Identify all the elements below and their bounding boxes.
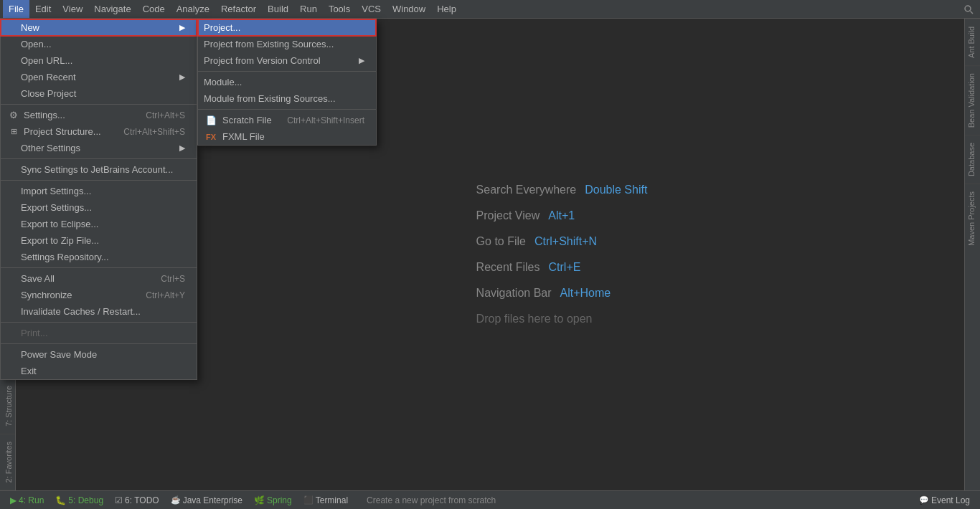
welcome-panel: Search Everywhere Double Shift Project V… <box>476 184 648 325</box>
new-module-existing[interactable]: Module from Existing Sources... <box>198 90 376 107</box>
bean-validation-panel-tab[interactable]: Bean Validation <box>965 65 980 135</box>
debug-tool-window-button[interactable]: 🐛 5: Debug <box>51 495 108 506</box>
navigation-bar-label: Navigation Bar <box>476 287 552 300</box>
status-right: 💬 Event Log <box>915 495 974 506</box>
separator-1 <box>1 104 197 105</box>
open-recent-label: Open Recent <box>21 72 76 82</box>
svg-line-1 <box>971 11 974 14</box>
file-menu-import-settings[interactable]: Import Settings... <box>1 183 197 199</box>
file-menu-synchronize[interactable]: Synchronize Ctrl+Alt+Y <box>1 287 197 303</box>
menu-vcs[interactable]: VCS <box>356 0 387 18</box>
new-project-vcs[interactable]: Project from Version Control ▶ <box>198 52 376 69</box>
menu-analyze[interactable]: Analyze <box>171 0 215 18</box>
file-menu-open[interactable]: Open... <box>1 36 197 52</box>
file-menu-new[interactable]: New ▶ <box>1 19 197 36</box>
structure-panel-tab[interactable]: 7: Structure <box>0 379 15 434</box>
java-enterprise-button[interactable]: ☕ Java Enterprise <box>166 495 247 506</box>
go-to-file-shortcut: Ctrl+Shift+N <box>534 235 597 248</box>
todo-tool-window-button[interactable]: ☑ 6: TODO <box>110 495 164 506</box>
file-menu-invalidate-caches[interactable]: Invalidate Caches / Restart... <box>1 303 197 320</box>
menu-tools[interactable]: Tools <box>323 0 356 18</box>
menubar-right <box>960 1 977 18</box>
file-menu-export-eclipse[interactable]: Export to Eclipse... <box>1 216 197 232</box>
new-scratch-file[interactable]: 📄 Scratch File Ctrl+Alt+Shift+Insert <box>198 112 376 128</box>
synchronize-label: Synchronize <box>21 290 72 300</box>
search-everywhere-row: Search Everywhere Double Shift <box>476 184 648 196</box>
menu-view[interactable]: View <box>57 0 88 18</box>
run-tool-window-button[interactable]: ▶ 4: Run <box>6 495 48 506</box>
project-existing-label: Project from Existing Sources... <box>204 39 334 49</box>
separator-3 <box>1 180 197 181</box>
project-structure-label: Project Structure... <box>24 126 101 137</box>
new-module[interactable]: Module... <box>198 74 376 90</box>
file-menu-settings[interactable]: ⚙ Settings... Ctrl+Alt+S <box>1 107 197 123</box>
project-structure-icon: ⊞ <box>6 127 21 136</box>
run-icon: ▶ <box>10 495 17 505</box>
menu-build[interactable]: Build <box>262 0 294 18</box>
exit-label: Exit <box>21 366 37 376</box>
menu-refactor[interactable]: Refactor <box>215 0 262 18</box>
menu-window[interactable]: Window <box>387 0 431 18</box>
file-menu-open-recent[interactable]: Open Recent ▶ <box>1 69 197 85</box>
file-menu-exit[interactable]: Exit <box>1 363 197 379</box>
invalidate-caches-label: Invalidate Caches / Restart... <box>21 306 141 317</box>
new-project-existing[interactable]: Project from Existing Sources... <box>198 36 376 52</box>
todo-icon: ☑ <box>115 495 123 505</box>
file-menu-sync-settings[interactable]: Sync Settings to JetBrains Account... <box>1 161 197 178</box>
database-panel-tab[interactable]: Database <box>965 135 980 184</box>
debug-label: 5: Debug <box>68 495 103 505</box>
file-menu-project-structure[interactable]: ⊞ Project Structure... Ctrl+Alt+Shift+S <box>1 123 197 140</box>
favorites-panel-tab[interactable]: 2: Favorites <box>0 434 15 490</box>
new-submenu-arrow: ▶ <box>179 23 185 32</box>
spring-icon: 🌿 <box>254 495 265 505</box>
drop-files-label: Drop files here to open <box>476 313 648 325</box>
file-menu-save-all[interactable]: Save All Ctrl+S <box>1 270 197 287</box>
spring-button[interactable]: 🌿 Spring <box>250 495 296 506</box>
ant-build-panel-tab[interactable]: Ant Build <box>965 19 980 65</box>
menu-run[interactable]: Run <box>294 0 323 18</box>
menu-navigate[interactable]: Navigate <box>88 0 136 18</box>
search-everywhere-shortcut: Double Shift <box>585 184 647 196</box>
other-settings-label: Other Settings <box>21 143 80 153</box>
project-vcs-label: Project from Version Control <box>204 55 321 66</box>
power-save-mode-label: Power Save Mode <box>21 349 97 360</box>
file-dropdown-menu: New ▶ Open... Open URL... Open Recent ▶ … <box>0 19 197 380</box>
todo-label: 6: TODO <box>125 495 159 505</box>
new-sep-1 <box>198 71 376 72</box>
menu-edit[interactable]: Edit <box>29 0 57 18</box>
maven-projects-panel-tab[interactable]: Maven Projects <box>965 184 980 253</box>
new-submenu: Project... Project from Existing Sources… <box>197 19 377 146</box>
file-menu-open-url[interactable]: Open URL... <box>1 52 197 69</box>
import-settings-label: Import Settings... <box>21 186 91 196</box>
settings-shortcut: Ctrl+Alt+S <box>146 110 185 120</box>
event-log-button[interactable]: 💬 Event Log <box>915 495 974 506</box>
file-menu-other-settings[interactable]: Other Settings ▶ <box>1 140 197 156</box>
scratch-file-icon: 📄 <box>204 115 218 125</box>
separator-2 <box>1 158 197 159</box>
new-fxml-file[interactable]: FX FXML File <box>198 128 376 145</box>
file-menu-power-save-mode[interactable]: Power Save Mode <box>1 346 197 363</box>
file-menu-export-zip[interactable]: Export to Zip File... <box>1 232 197 249</box>
recent-files-label: Recent Files <box>476 261 540 274</box>
file-menu-export-settings[interactable]: Export Settings... <box>1 199 197 216</box>
new-project[interactable]: Project... <box>198 19 376 36</box>
synchronize-shortcut: Ctrl+Alt+Y <box>146 290 185 300</box>
debug-icon: 🐛 <box>55 495 66 505</box>
menu-code[interactable]: Code <box>137 0 171 18</box>
spring-label: Spring <box>267 495 292 505</box>
close-project-label: Close Project <box>21 88 76 99</box>
search-everywhere-label: Search Everywhere <box>476 184 577 196</box>
file-menu-settings-repository[interactable]: Settings Repository... <box>1 249 197 265</box>
menu-file[interactable]: File <box>3 0 29 18</box>
global-search-button[interactable] <box>960 1 977 18</box>
go-to-file-row: Go to File Ctrl+Shift+N <box>476 235 648 248</box>
navigation-bar-shortcut: Alt+Home <box>560 287 611 300</box>
menu-help[interactable]: Help <box>431 0 462 18</box>
project-view-shortcut: Alt+1 <box>548 209 575 222</box>
event-log-label: Event Log <box>931 495 970 505</box>
print-label: Print... <box>21 328 48 338</box>
file-menu-close-project[interactable]: Close Project <box>1 85 197 102</box>
terminal-button[interactable]: ⬛ Terminal <box>299 495 352 506</box>
new-label: New <box>21 22 39 33</box>
menu-bar: File Edit View Navigate Code Analyze Ref… <box>0 0 980 19</box>
